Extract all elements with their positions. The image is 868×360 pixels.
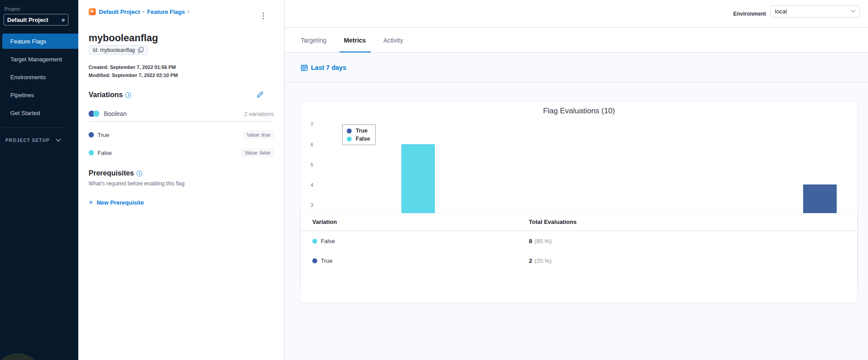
variation-row-true: True Value: true [89,130,274,139]
table-cell-variation: False [321,238,335,244]
project-setup-label: PROJECT SETUP [5,138,50,143]
sidebar-item-environments[interactable]: Environments [0,68,78,86]
chart-legend: TrueFalse [342,124,376,145]
false-variation-dot [89,150,94,155]
chevron-down-icon [56,139,61,142]
variations-title: Variations [89,91,123,99]
sidebar-item-target-management[interactable]: Target Management [0,50,78,68]
flag-created: Created: September 7, 2022 01:56 PM [89,63,178,71]
flag-id-label: Id: mybooleanflag [93,47,135,53]
y-axis-tick: 6 [300,142,313,147]
y-axis-tick: 4 [300,182,313,188]
boolean-toggle-icon [89,111,100,117]
chart-title: Flag Evaluations (10) [301,107,857,116]
true-legend-dot [347,129,352,133]
project-setup-toggle[interactable]: PROJECT SETUP [5,138,72,143]
plus-icon: + [89,198,93,207]
tab-metrics[interactable]: Metrics [339,28,371,52]
prerequisites-title: Prerequisites [89,169,134,177]
flag-timestamps: Created: September 7, 2022 01:56 PM Modi… [89,63,178,79]
table-header-total-evaluations: Total Evaluations [529,219,577,225]
breadcrumb: ⚑ Default Project › Feature Flags › [89,8,192,15]
prerequisites-header: Prerequisites i [89,169,142,177]
variation-name: True [98,132,243,138]
table-header-variation: Variation [312,219,529,225]
legend-label: True [356,128,367,134]
flag-options-menu-button[interactable] [261,11,265,21]
environment-select[interactable]: local [770,5,860,17]
variation-count: 2 variations [244,111,274,117]
environment-value: local [775,8,851,15]
false-variation-dot [312,239,317,244]
help-beacon[interactable] [0,353,43,360]
legend-entry-true[interactable]: True [347,127,370,135]
legend-label: False [356,136,370,142]
tab-bar: Targeting Metrics Activity [285,28,868,53]
variation-value-badge: Value: false [241,148,274,157]
new-prerequisite-label: New Prerequisite [97,199,144,206]
tab-activity[interactable]: Activity [379,28,408,52]
breadcrumb-project-link[interactable]: Default Project [99,9,140,15]
table-cell-percent: (20.%) [535,257,552,264]
legend-entry-false[interactable]: False [347,135,370,143]
variation-row-false: False Value: false [89,148,274,157]
variation-type-row: Boolean 2 variations [89,110,274,117]
variation-value-badge: Value: true [243,130,274,139]
breadcrumb-separator: › [143,9,145,15]
double-chevron-icon: » [61,16,65,23]
y-axis-tick: 7 [300,122,313,127]
project-label: Project [4,6,20,12]
edit-variations-icon[interactable] [256,91,264,99]
project-selector[interactable]: Default Project » [4,14,68,26]
breadcrumb-section-link[interactable]: Feature Flags [147,9,185,15]
variation-type-label: Boolean [104,110,244,117]
sidebar-item-get-started[interactable]: Get Started [0,104,78,122]
project-selector-value: Default Project [7,17,61,23]
table-row[interactable]: True 2 (20.%) [301,251,857,270]
table-row[interactable]: False 8 (80.%) [301,231,857,251]
flag-details-panel: ⚑ Default Project › Feature Flags › mybo… [78,0,285,360]
flag-id-pill[interactable]: Id: mybooleanflag [89,45,148,55]
sidebar-item-feature-flags[interactable]: Feature Flags [2,34,78,49]
environment-label: Environment [733,11,766,17]
date-range-button[interactable]: Last 7 days [301,64,346,71]
y-axis-tick: 3 [300,202,313,208]
sidebar-nav: Feature Flags Target Management Environm… [0,32,78,122]
info-icon[interactable]: i [136,171,142,176]
breadcrumb-separator: › [187,9,189,15]
metrics-panel: Environment local Targeting Metrics Acti… [285,0,868,360]
calendar-icon [301,64,308,71]
table-cell-variation: True [321,257,332,264]
date-range-label: Last 7 days [311,64,346,71]
sidebar-item-pipelines[interactable]: Pipelines [0,86,78,104]
true-variation-dot [312,258,317,263]
sidebar: Project Default Project » Feature Flags … [0,0,78,360]
environment-bar: Environment local [285,0,868,28]
flag-name: mybooleanflag [89,32,158,44]
table-header-row: Variation Total Evaluations [301,213,857,231]
divider [89,121,274,122]
flag-modified: Modified: September 7, 2022 02:10 PM [89,71,178,79]
prerequisites-subtitle: What's required before enabling this fla… [89,180,184,187]
tab-targeting[interactable]: Targeting [296,28,332,52]
table-cell-count: 2 [529,257,532,264]
feature-flags-logo-icon: ⚑ [89,8,96,15]
variations-header: Variations i [89,91,131,99]
info-icon[interactable]: i [125,92,131,98]
filter-bar: Last 7 days [285,53,868,82]
y-axis-tick: 5 [300,162,313,167]
evaluations-table-card: Variation Total Evaluations False 8 (80.… [301,213,857,303]
table-cell-count: 8 [529,238,532,244]
chevron-down-icon [851,10,855,13]
true-variation-dot [89,132,94,137]
copy-icon[interactable] [138,47,144,53]
new-prerequisite-button[interactable]: + New Prerequisite [89,198,144,207]
sidebar-divider [4,128,66,128]
false-legend-dot [347,137,352,141]
variation-name: False [98,150,241,156]
table-cell-percent: (80.%) [535,238,552,244]
